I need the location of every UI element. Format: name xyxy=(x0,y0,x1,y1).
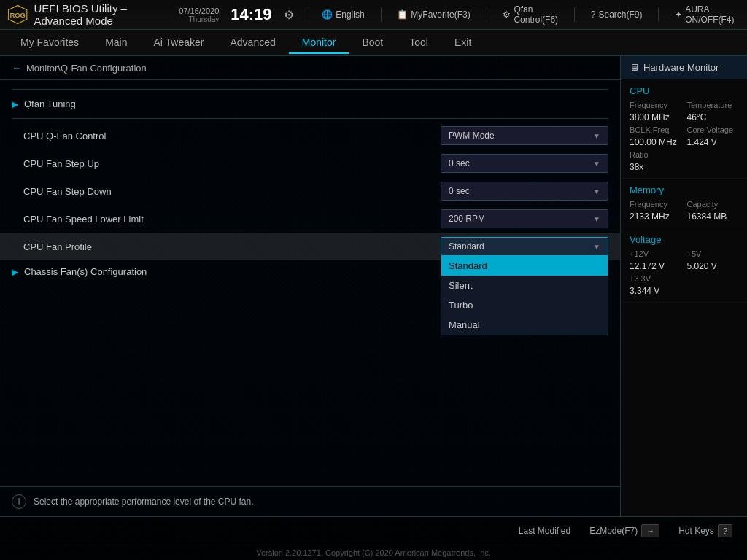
v33-label: +3.3V xyxy=(630,274,681,283)
chassis-label: Chassis Fan(s) Configuration xyxy=(24,266,147,277)
profile-option-manual[interactable]: Manual xyxy=(441,315,608,335)
top-divider xyxy=(12,89,608,90)
cpu-fan-profile-btn[interactable]: Standard ▼ xyxy=(441,237,608,256)
cpu-fan-speed-lower-limit-btn[interactable]: 200 RPM ▼ xyxy=(441,209,608,228)
copyright-text: Version 2.20.1271. Copyright (C) 2020 Am… xyxy=(0,545,747,560)
hot-keys-button[interactable]: Hot Keys ? xyxy=(673,521,738,540)
globe-icon: 🌐 xyxy=(322,9,333,20)
date-display: 07/16/2020 xyxy=(179,7,219,15)
cpu-fan-step-down-btn[interactable]: 0 sec ▼ xyxy=(441,182,608,201)
dropdown-chevron-icon-4: ▼ xyxy=(593,215,600,223)
aura-icon: ✦ xyxy=(675,9,682,20)
cpu-fan-speed-lower-limit-dropdown[interactable]: 200 RPM ▼ xyxy=(441,209,608,228)
cpu-ratio-spacer xyxy=(687,150,739,159)
memory-grid: Frequency Capacity 2133 MHz 16384 MB xyxy=(630,200,738,222)
cpu-ratio-label: Ratio xyxy=(630,150,681,159)
section-expand-icon: ▶ xyxy=(12,99,18,109)
tab-my-favorites[interactable]: My Favorites xyxy=(7,32,92,54)
v12-value: 12.172 V xyxy=(630,261,681,271)
app-title: UEFI BIOS Utility – Advanced Mode xyxy=(34,2,171,27)
copyright-content: Version 2.20.1271. Copyright (C) 2020 Am… xyxy=(256,548,491,557)
myfavorite-button[interactable]: 📋 MyFavorite(F3) xyxy=(392,8,474,21)
search-button[interactable]: ? Search(F9) xyxy=(587,8,647,21)
tab-boot[interactable]: Boot xyxy=(349,32,396,54)
time-display: 14:19 xyxy=(231,7,271,23)
hardware-monitor-title: 🖥 Hardware Monitor xyxy=(621,56,747,79)
tab-ai-tweaker[interactable]: Ai Tweaker xyxy=(140,32,217,54)
dropdown-chevron-icon-5: ▼ xyxy=(593,243,600,251)
cpu-fan-speed-lower-limit-row: CPU Fan Speed Lower Limit 200 RPM ▼ xyxy=(0,205,620,233)
info-bar: i Select the appropriate performance lev… xyxy=(0,486,620,516)
hw-monitor-label: Hardware Monitor xyxy=(643,62,719,73)
tab-main[interactable]: Main xyxy=(92,32,140,54)
cpu-qfan-control-btn[interactable]: PWM Mode ▼ xyxy=(441,126,608,145)
aura-label: AURA ON/OFF(F4) xyxy=(685,4,735,25)
qfan-tuning-section[interactable]: ▶ Qfan Tuning xyxy=(0,93,620,115)
left-panel: ← Monitor\Q-Fan Configuration ▶ Qfan Tun… xyxy=(0,56,620,516)
separator-3 xyxy=(487,7,487,22)
memory-section-title: Memory xyxy=(630,184,738,195)
mem-capacity-value: 16384 MB xyxy=(687,211,739,222)
tab-exit[interactable]: Exit xyxy=(441,32,484,54)
favorite-icon: 📋 xyxy=(397,9,408,20)
qfan-icon: ⚙ xyxy=(503,9,511,20)
v33-value: 3.344 V xyxy=(630,286,681,296)
settings-gear-icon[interactable]: ⚙ xyxy=(284,8,294,22)
last-modified-button[interactable]: Last Modified xyxy=(513,521,576,540)
ez-mode-button[interactable]: EzMode(F7) → xyxy=(584,521,665,540)
tab-tool[interactable]: Tool xyxy=(396,32,441,54)
chassis-expand-icon: ▶ xyxy=(12,267,18,277)
ez-mode-label: EzMode(F7) xyxy=(589,526,638,536)
section-divider xyxy=(12,118,608,119)
profile-option-standard[interactable]: Standard xyxy=(441,256,608,276)
profile-option-turbo[interactable]: Turbo xyxy=(441,295,608,315)
qfan-button[interactable]: ⚙ Qfan Control(F6) xyxy=(498,3,562,26)
dropdown-chevron-icon-3: ▼ xyxy=(593,187,600,195)
last-modified-label: Last Modified xyxy=(519,526,570,536)
qfan-label: Qfan Control(F6) xyxy=(514,4,558,25)
logo-area: ROG UEFI BIOS Utility – Advanced Mode xyxy=(7,1,171,28)
cpu-frequency-value: 3800 MHz xyxy=(630,112,681,122)
cpu-fan-speed-lower-limit-value: 200 RPM xyxy=(449,214,485,224)
aura-button[interactable]: ✦ AURA ON/OFF(F4) xyxy=(670,3,740,26)
cpu-core-voltage-value: 1.424 V xyxy=(687,137,739,147)
cpu-qfan-control-dropdown[interactable]: PWM Mode ▼ xyxy=(441,126,608,145)
qfan-tuning-label: Qfan Tuning xyxy=(24,98,76,109)
cpu-qfan-control-row: CPU Q-Fan Control PWM Mode ▼ xyxy=(0,122,620,149)
svg-text:ROG: ROG xyxy=(9,11,26,19)
voltage-section: Voltage +12V +5V 12.172 V 5.020 V +3.3V … xyxy=(621,228,747,303)
cpu-section: CPU Frequency Temperature 3800 MHz 46°C … xyxy=(621,79,747,179)
search-icon: ? xyxy=(591,9,596,20)
cpu-fan-step-up-dropdown[interactable]: 0 sec ▼ xyxy=(441,154,608,173)
cpu-fan-profile-row: CPU Fan Profile Standard ▼ Standard Sile… xyxy=(0,233,620,260)
cpu-temperature-label: Temperature xyxy=(687,101,739,109)
v5-label: +5V xyxy=(687,249,739,258)
tab-monitor[interactable]: Monitor xyxy=(289,32,349,54)
myfavorite-label: MyFavorite(F3) xyxy=(411,9,470,20)
nav-tabs: My Favorites Main Ai Tweaker Advanced Mo… xyxy=(0,30,747,56)
memory-section: Memory Frequency Capacity 2133 MHz 16384… xyxy=(621,179,747,228)
right-panel: 🖥 Hardware Monitor CPU Frequency Tempera… xyxy=(620,56,747,516)
header-controls: 07/16/2020 Thursday 14:19 ⚙ 🌐 English 📋 … xyxy=(179,3,740,26)
separator-4 xyxy=(574,7,575,22)
profile-option-silent[interactable]: Silent xyxy=(441,276,608,295)
cpu-core-voltage-label: Core Voltage xyxy=(687,125,739,134)
cpu-fan-profile-dropdown[interactable]: Standard ▼ Standard Silent Turbo Manual xyxy=(441,237,608,256)
cpu-section-title: CPU xyxy=(630,85,738,96)
cpu-fan-step-up-btn[interactable]: 0 sec ▼ xyxy=(441,154,608,173)
mem-capacity-label: Capacity xyxy=(687,200,739,209)
voltage-section-title: Voltage xyxy=(630,234,738,245)
separator-2 xyxy=(381,7,382,22)
mem-frequency-value: 2133 MHz xyxy=(630,211,681,222)
cpu-fan-step-down-dropdown[interactable]: 0 sec ▼ xyxy=(441,182,608,201)
language-button[interactable]: 🌐 English xyxy=(317,8,368,21)
back-arrow-icon[interactable]: ← xyxy=(12,62,22,74)
rog-logo-icon: ROG xyxy=(7,1,28,28)
tab-advanced[interactable]: Advanced xyxy=(217,32,288,54)
search-label: Search(F9) xyxy=(598,9,642,20)
datetime-area: 07/16/2020 Thursday xyxy=(179,7,219,23)
info-icon: i xyxy=(12,494,26,509)
cpu-grid: Frequency Temperature 3800 MHz 46°C BCLK… xyxy=(630,101,738,172)
cpu-fan-step-up-label: CPU Fan Step Up xyxy=(23,158,441,169)
footer: Last Modified EzMode(F7) → Hot Keys ? Ve… xyxy=(0,516,747,560)
